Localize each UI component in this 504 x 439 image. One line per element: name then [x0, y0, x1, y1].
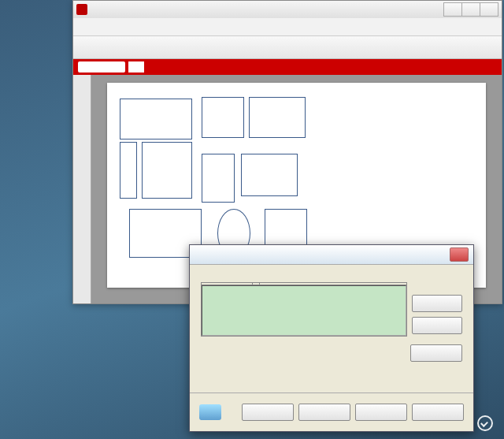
adobe-searchbar [73, 59, 502, 75]
pdf2cad-logo-icon [199, 404, 221, 420]
pdf2cad-titlebar[interactable] [190, 245, 473, 265]
yahoo-button[interactable] [128, 61, 144, 73]
close-button[interactable] [480, 2, 498, 17]
adobe-sidebar[interactable] [73, 75, 91, 303]
delete-button[interactable] [412, 317, 462, 334]
maximize-button[interactable] [461, 2, 480, 17]
add-button[interactable] [412, 295, 462, 312]
pdf2cad-footer [190, 392, 473, 431]
adobe-app-icon [76, 4, 87, 15]
file-table[interactable] [201, 282, 407, 337]
watermark [477, 415, 496, 431]
adobe-titlebar[interactable] [73, 1, 502, 18]
pdf2cad-close-button[interactable] [450, 247, 469, 262]
options-button[interactable] [410, 344, 462, 362]
pdf2cad-window [189, 244, 474, 432]
cancel-button[interactable] [355, 404, 407, 421]
next-button[interactable] [298, 404, 350, 421]
adobe-toolbar [73, 36, 502, 59]
pdf2cad-body [190, 265, 473, 392]
adobe-window-controls [444, 2, 498, 17]
adobe-menubar [73, 18, 502, 36]
help-button[interactable] [412, 404, 464, 421]
col-directory[interactable] [202, 283, 253, 285]
watermark-icon [477, 415, 493, 431]
search-web-button[interactable] [78, 61, 125, 73]
back-button[interactable] [242, 404, 294, 421]
minimize-button[interactable] [443, 2, 462, 17]
col-pdf-file[interactable] [253, 283, 260, 285]
